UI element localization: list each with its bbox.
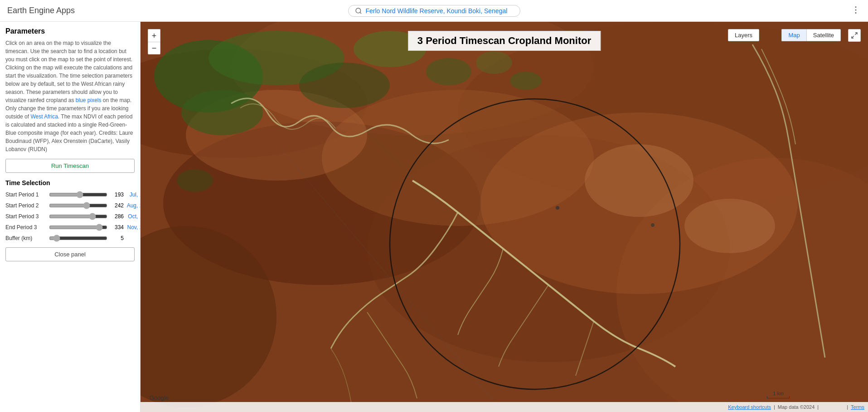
param-label-start-period-1: Start Period 1 (5, 191, 46, 198)
slider-start-period-3[interactable] (49, 213, 107, 220)
svg-point-27 (556, 206, 559, 210)
map-title: 3 Period Timescan Cropland Monitor (408, 31, 601, 51)
svg-point-22 (476, 51, 512, 74)
footer-separator-2: | (817, 404, 819, 410)
layers-button[interactable]: Layers (728, 29, 759, 41)
run-timescan-button[interactable]: Run Timescan (5, 159, 135, 173)
search-icon (355, 7, 362, 15)
svg-point-23 (510, 72, 542, 90)
keyboard-shortcuts[interactable]: Keyboard shortcuts (728, 404, 771, 410)
svg-point-0 (356, 8, 361, 13)
search-input[interactable] (366, 7, 514, 15)
map-container[interactable]: 3 Period Timescan Cropland Monitor + − L… (141, 22, 868, 412)
zoom-out-button[interactable]: − (148, 42, 160, 54)
param-row-buffer: Buffer (km) 5 (5, 235, 135, 242)
zoom-in-button[interactable]: + (148, 29, 160, 42)
map-type-map-button[interactable]: Map (781, 29, 806, 41)
svg-point-28 (651, 223, 655, 227)
terms-link[interactable]: Terms (851, 404, 864, 410)
slider-start-period-2[interactable] (49, 202, 107, 209)
footer-separator-1: | (774, 404, 775, 410)
svg-point-2 (855, 6, 857, 8)
param-date-start-period-2: Aug, 29 (124, 202, 141, 209)
main: Parameters Click on an area on the map t… (0, 22, 868, 412)
close-panel-button[interactable]: Close panel (5, 247, 135, 261)
fullscreen-icon (851, 32, 858, 39)
search-container[interactable] (348, 5, 520, 17)
scale-bar: 1 km (767, 392, 790, 398)
svg-line-33 (852, 36, 854, 38)
param-row-start-period-3: Start Period 3 286 Oct, 12 (5, 213, 135, 220)
param-row-start-period-1: Start Period 1 193 Jul, 11 (5, 191, 135, 198)
scale-label: 1 km (773, 391, 784, 396)
param-label-start-period-2: Start Period 2 (5, 202, 46, 209)
footer-separator-3: | (847, 404, 848, 410)
param-label-end-period-3: End Period 3 (5, 224, 46, 231)
param-label-buffer: Buffer (km) (5, 235, 46, 241)
param-value-start-period-2: 242 (110, 202, 124, 209)
map-type-controls: Map Satellite (781, 29, 841, 41)
param-label-start-period-3: Start Period 3 (5, 213, 46, 220)
time-selection-title: Time Selection (5, 179, 135, 186)
svg-point-20 (181, 90, 263, 135)
topbar: Earth Engine Apps (0, 0, 868, 22)
highlight-blue-pixels: blue pixels (76, 97, 102, 103)
slider-end-period-3[interactable] (49, 224, 107, 231)
param-date-start-period-3: Oct, 12 (124, 213, 141, 220)
map-footer: Keyboard shortcuts | Map data ©2024 | 1 … (141, 402, 868, 412)
map-type-satellite-button[interactable]: Satellite (806, 29, 841, 41)
sidebar: Parameters Click on an area on the map t… (0, 22, 141, 412)
svg-point-3 (855, 9, 857, 10)
svg-point-24 (177, 169, 213, 192)
slider-buffer[interactable] (49, 235, 107, 242)
slider-start-period-1[interactable] (49, 191, 107, 198)
zoom-controls: + − (148, 29, 160, 54)
svg-point-26 (684, 199, 775, 253)
svg-point-21 (426, 58, 471, 85)
google-watermark: Google (150, 394, 169, 401)
menu-icon[interactable] (851, 5, 861, 17)
param-value-start-period-3: 286 (110, 213, 124, 220)
sidebar-title: Parameters (5, 27, 135, 35)
param-date-end-period-3: Nov, 29 (124, 224, 141, 231)
time-selection-section: Time Selection Start Period 1 193 Jul, 1… (5, 179, 135, 242)
param-row-start-period-2: Start Period 2 242 Aug, 29 (5, 202, 135, 209)
svg-point-25 (585, 144, 693, 217)
map-data-attribution: Map data ©2024 (778, 404, 815, 410)
highlight-west-africa: West Africa (30, 113, 58, 120)
param-row-end-period-3: End Period 3 334 Nov, 29 (5, 224, 135, 231)
map-terrain-svg (141, 22, 868, 412)
svg-line-1 (360, 12, 361, 14)
param-value-start-period-1: 193 (110, 191, 124, 198)
param-date-start-period-1: Jul, 11 (124, 191, 141, 198)
param-value-buffer: 5 (110, 235, 124, 241)
svg-point-18 (299, 63, 390, 108)
app-title: Earth Engine Apps (7, 6, 75, 15)
sidebar-description: Click on an area on the map to visualize… (5, 39, 135, 153)
svg-point-4 (855, 12, 857, 14)
svg-line-32 (855, 33, 857, 35)
param-value-end-period-3: 334 (110, 224, 124, 231)
fullscreen-button[interactable] (848, 29, 861, 42)
